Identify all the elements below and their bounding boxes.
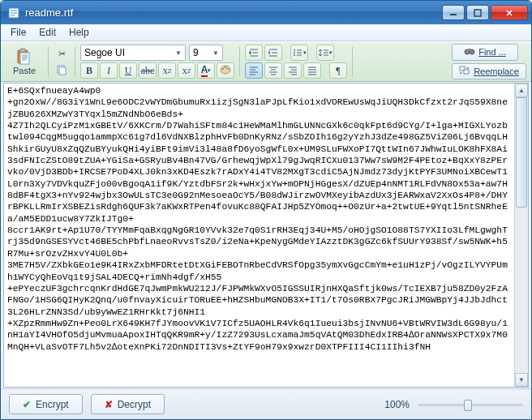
zoom-slider[interactable]: [418, 397, 523, 412]
replace-button[interactable]: Reemplace: [452, 63, 526, 80]
font-size-select[interactable]: 9▼: [189, 45, 223, 61]
svg-rect-7: [59, 67, 66, 75]
check-icon: ✔: [23, 399, 31, 410]
app-icon: [7, 6, 20, 19]
strike-button[interactable]: abc: [139, 62, 157, 79]
subscript-button[interactable]: x2: [158, 62, 176, 79]
cut-icon: ✂: [58, 49, 66, 59]
menu-bar: File Edit Help: [1, 24, 531, 41]
replace-icon: [459, 66, 470, 77]
cross-icon: ✘: [105, 399, 113, 410]
align-center-button[interactable]: [264, 62, 282, 79]
svg-point-12: [294, 49, 295, 51]
cut-button[interactable]: ✂: [54, 45, 70, 62]
align-left-button[interactable]: [245, 62, 263, 79]
minimize-button[interactable]: [442, 5, 465, 20]
svg-point-14: [294, 54, 295, 56]
menu-edit[interactable]: Edit: [32, 25, 62, 40]
decrypt-label: Decrypt: [118, 399, 151, 410]
italic-button[interactable]: I: [100, 62, 118, 79]
menu-help[interactable]: Help: [62, 25, 96, 40]
indent-increase-button[interactable]: [264, 45, 282, 61]
indent-decrease-button[interactable]: [245, 45, 263, 61]
scroll-thumb[interactable]: [516, 97, 527, 208]
align-justify-button[interactable]: [303, 62, 321, 79]
svg-rect-5: [20, 49, 25, 52]
scroll-down-button[interactable]: ▼: [515, 373, 528, 387]
maximize-button[interactable]: [466, 5, 489, 20]
scroll-track[interactable]: [515, 97, 528, 373]
editor-area: ▲ ▼: [3, 83, 529, 388]
find-button[interactable]: Find ...: [452, 44, 518, 61]
palette-icon: [220, 65, 231, 76]
align-right-button[interactable]: [284, 62, 302, 79]
status-bar: ✔ Encrypt ✘ Decrypt 100%: [1, 388, 531, 419]
copy-button[interactable]: [54, 62, 70, 78]
encrypt-label: Encrypt: [36, 399, 69, 410]
chevron-down-icon: ▼: [212, 49, 219, 57]
zoom-level: 100%: [384, 399, 410, 410]
window-title: readme.rtf: [25, 6, 442, 19]
menu-file[interactable]: File: [4, 25, 32, 40]
paste-label: Paste: [13, 66, 36, 75]
font-size-value: 9: [193, 47, 199, 58]
close-button[interactable]: [491, 5, 528, 20]
svg-point-10: [225, 66, 226, 68]
font-family-select[interactable]: Segoe UI▼: [80, 45, 186, 61]
paste-button[interactable]: Paste: [6, 44, 43, 79]
encrypt-button[interactable]: ✔ Encrypt: [9, 394, 83, 414]
bullet-list-button[interactable]: ▾: [290, 45, 308, 61]
superscript-button[interactable]: x2: [178, 62, 195, 79]
paste-icon: [14, 48, 35, 66]
text-editor[interactable]: [4, 84, 514, 387]
zoom-thumb[interactable]: [464, 400, 472, 411]
svg-point-9: [222, 68, 224, 70]
bold-button[interactable]: B: [80, 62, 98, 79]
chevron-down-icon: ▼: [175, 49, 182, 57]
svg-point-11: [227, 68, 229, 70]
svg-rect-2: [474, 10, 481, 16]
replace-label: Reemplace: [474, 66, 519, 76]
toolbar: Paste ✂ Segoe UI▼ 9▼ B I U abc: [1, 41, 531, 82]
line-spacing-button[interactable]: ▾: [316, 45, 334, 61]
highlight-button[interactable]: [217, 62, 234, 79]
svg-rect-17: [468, 49, 471, 51]
underline-button[interactable]: U: [119, 62, 137, 79]
title-bar: readme.rtf: [1, 1, 531, 24]
font-color-button[interactable]: A▾: [197, 62, 215, 79]
scroll-up-button[interactable]: ▲: [515, 84, 528, 97]
svg-point-13: [294, 52, 295, 54]
copy-icon: [56, 64, 67, 75]
svg-rect-1: [450, 14, 457, 15]
vertical-scrollbar[interactable]: ▲ ▼: [514, 84, 528, 387]
binoculars-icon: [464, 46, 475, 58]
decrypt-button[interactable]: ✘ Decrypt: [91, 394, 165, 414]
svg-rect-19: [464, 70, 469, 74]
paragraph-button[interactable]: ¶: [329, 62, 347, 79]
find-label: Find ...: [478, 47, 506, 57]
font-family-value: Segoe UI: [84, 47, 125, 58]
